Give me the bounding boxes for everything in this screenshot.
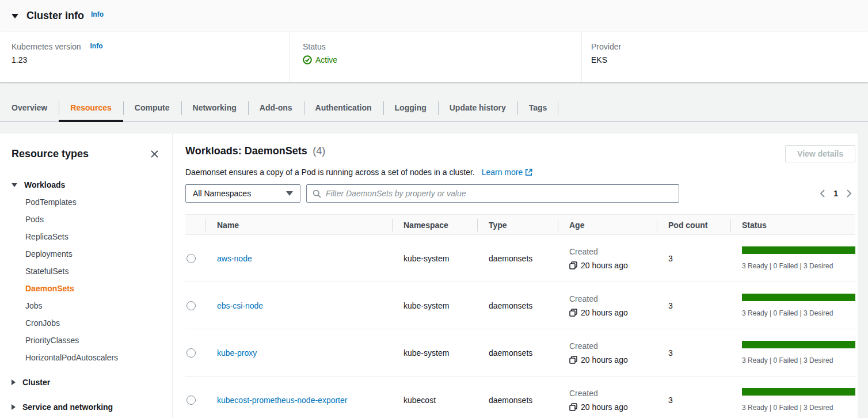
select-all-column [185, 215, 205, 235]
cell-pod-count: 3 [657, 396, 730, 405]
status-text: 3 Ready | 0 Failed | 3 Desired [742, 356, 855, 364]
section-title: Cluster info [26, 10, 84, 22]
cell-type: daemonsets [477, 254, 558, 263]
tab-resources[interactable]: Resources [59, 95, 123, 121]
column-age[interactable]: Age [558, 215, 657, 235]
daemonset-name-link[interactable]: kube-proxy [217, 348, 257, 358]
kubernetes-version-value: 1.23 [12, 55, 290, 64]
cell-status: 3 Ready | 0 Failed | 3 Desired [730, 294, 855, 317]
info-link[interactable]: Info [91, 10, 104, 18]
table-header: Name Namespace Type Age Pod count Status [185, 214, 855, 235]
sidebar-title: Resource types [12, 148, 89, 160]
search-input[interactable] [326, 189, 673, 198]
resources-panel: Resource types Workloads PodTemplates Po… [0, 134, 858, 418]
provider-value: EKS [591, 55, 868, 64]
active-tab-underline [59, 120, 123, 122]
tab-authentication[interactable]: Authentication [304, 95, 383, 121]
info-link[interactable]: Info [90, 42, 103, 50]
external-link-icon [525, 169, 532, 178]
sidebar-group-cluster[interactable]: Cluster [12, 374, 161, 391]
cell-age: Created 20 hours ago [558, 341, 657, 364]
status-bar [742, 294, 855, 301]
close-icon[interactable] [148, 147, 161, 160]
tab-networking[interactable]: Networking [181, 95, 248, 121]
cell-age: Created 20 hours ago [558, 294, 657, 317]
daemonsets-count: (4) [313, 145, 325, 157]
sidebar-item-deployments[interactable]: Deployments [25, 245, 161, 263]
table-row[interactable]: kubecost-prometheus-node-exporter kubeco… [185, 377, 855, 418]
age-created-label: Created [569, 294, 657, 303]
status-badge: Active [303, 55, 581, 64]
daemonsets-table: Name Namespace Type Age Pod count Status… [185, 214, 855, 418]
cell-namespace: kube-system [392, 348, 477, 358]
chevron-right-icon[interactable] [846, 189, 852, 198]
sidebar-item-horizontalpodautoscalers[interactable]: HorizontalPodAutoscalers [25, 349, 161, 366]
copy-icon[interactable] [569, 356, 577, 364]
copy-icon[interactable] [569, 261, 577, 269]
row-radio[interactable] [186, 254, 196, 263]
column-namespace[interactable]: Namespace [392, 215, 477, 235]
column-type[interactable]: Type [477, 215, 558, 235]
table-row[interactable]: aws-node kube-system daemonsets Created … [185, 235, 855, 282]
tab-add-ons[interactable]: Add-ons [248, 95, 304, 121]
column-status[interactable]: Status [730, 215, 855, 235]
tab-tags[interactable]: Tags [517, 95, 559, 121]
sidebar-item-priorityclasses[interactable]: PriorityClasses [25, 332, 161, 349]
sidebar-item-podtemplates[interactable]: PodTemplates [25, 193, 161, 211]
tab-compute[interactable]: Compute [123, 95, 181, 121]
cell-status: 3 Ready | 0 Failed | 3 Desired [730, 246, 855, 270]
age-value: 20 hours ago [581, 261, 628, 270]
tab-update-history[interactable]: Update history [438, 95, 517, 121]
daemonset-name-link[interactable]: ebs-csi-node [217, 301, 263, 310]
sidebar-item-statefulsets[interactable]: StatefulSets [25, 263, 161, 280]
daemonset-name-link[interactable]: aws-node [217, 254, 252, 263]
collapse-caret-icon[interactable] [12, 14, 18, 18]
daemonset-name-link[interactable]: kubecost-prometheus-node-exporter [217, 396, 347, 405]
tab-logging[interactable]: Logging [383, 95, 438, 121]
status-text: 3 Ready | 0 Failed | 3 Desired [742, 262, 855, 270]
sidebar-group-service-and-networking[interactable]: Service and networking [12, 398, 161, 416]
sidebar-item-daemonsets[interactable]: DaemonSets [25, 280, 161, 297]
sidebar-item-pods[interactable]: Pods [25, 211, 161, 228]
provider-field: Provider EKS [581, 32, 868, 82]
sidebar-group-workloads[interactable]: Workloads [12, 176, 161, 193]
cell-type: daemonsets [477, 396, 558, 405]
row-radio[interactable] [186, 348, 196, 358]
sidebar-item-jobs[interactable]: Jobs [25, 297, 161, 314]
sidebar-item-cronjobs[interactable]: CronJobs [25, 314, 161, 332]
filter-toolbar: All Namespaces 1 [185, 184, 855, 203]
copy-icon[interactable] [569, 309, 577, 317]
cell-pod-count: 3 [657, 348, 730, 358]
age-value: 20 hours ago [581, 355, 628, 364]
cell-type: daemonsets [477, 301, 558, 310]
column-pod-count[interactable]: Pod count [657, 215, 730, 235]
row-radio[interactable] [186, 396, 196, 405]
tab-overview[interactable]: Overview [0, 95, 59, 121]
page-number[interactable]: 1 [833, 189, 838, 198]
table-row[interactable]: ebs-csi-node kube-system daemonsets Crea… [185, 282, 855, 329]
provider-label: Provider [591, 42, 868, 51]
namespace-select[interactable]: All Namespaces [185, 184, 300, 203]
kubernetes-version-label: Kubernetes version [12, 42, 81, 51]
cluster-tabs: Overview Resources Compute Networking Ad… [0, 95, 868, 122]
column-name[interactable]: Name [205, 215, 392, 235]
age-created-label: Created [569, 341, 657, 351]
view-details-button[interactable]: View details [785, 145, 855, 162]
status-label: Status [303, 42, 581, 51]
table-row[interactable]: kube-proxy kube-system daemonsets Create… [185, 329, 855, 377]
sidebar-item-replicasets[interactable]: ReplicaSets [25, 228, 161, 245]
namespace-select-value: All Namespaces [193, 189, 251, 198]
chevron-left-icon[interactable] [820, 189, 825, 198]
search-icon [313, 189, 321, 198]
status-bar [742, 246, 855, 254]
resource-types-sidebar: Resource types Workloads PodTemplates Po… [0, 134, 173, 418]
status-bar [742, 341, 855, 348]
status-text: 3 Ready | 0 Failed | 3 Desired [742, 309, 855, 317]
copy-icon[interactable] [569, 403, 577, 411]
row-radio[interactable] [186, 301, 196, 310]
learn-more-link[interactable]: Learn more [482, 168, 533, 177]
description-text: Daemonset ensures a copy of a Pod is run… [185, 168, 475, 177]
cell-age: Created 20 hours ago [558, 247, 657, 270]
kubernetes-version-field: Kubernetes version Info 1.23 [0, 32, 290, 82]
daemonsets-description: Daemonset ensures a copy of a Pod is run… [185, 168, 855, 177]
